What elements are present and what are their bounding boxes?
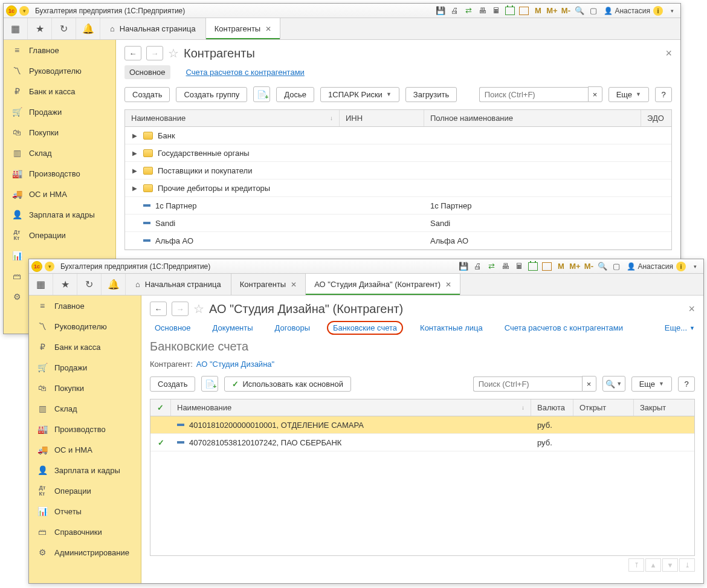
close-icon[interactable]: ✕ [291,280,297,289]
sidebar-item-hr[interactable]: 👤Зарплата и кадры [4,204,115,225]
col-mark[interactable]: ✓ [150,399,171,416]
calculator-icon[interactable]: 🖩 [490,5,502,16]
page-close-button[interactable]: × [688,303,695,315]
sidebar-item-reports[interactable]: 📊Отчеты [29,501,141,522]
tab-home[interactable]: ⌂ Начальная страница [126,274,231,295]
col-inn[interactable]: ИНН [340,110,424,126]
help-button[interactable]: ? [655,87,672,102]
panels-icon[interactable]: ▢ [610,261,622,272]
compare-icon[interactable]: ⇄ [485,261,497,272]
table-row[interactable]: SandiSandi [125,215,671,232]
close-icon[interactable]: ✕ [445,280,451,289]
subtab-settlements[interactable]: Счета расчетов с контрагентами [500,321,628,335]
expand-icon[interactable]: ▶ [132,132,138,139]
app-menu-dropdown[interactable]: ▾ [19,6,29,16]
folder-row[interactable]: ▶Банк [125,127,671,144]
download-button[interactable]: Загрузить [405,87,457,102]
scroll-up-button[interactable]: ▲ [645,558,661,572]
sidebar-item-purchases[interactable]: 🛍Покупки [4,122,115,143]
col-name[interactable]: Наименование [131,114,186,123]
folder-row[interactable]: ▶Поставщики и покупатели [125,162,671,179]
close-icon[interactable]: ✕ [265,25,271,33]
info-icon[interactable]: i [675,261,687,272]
calendar-orange-icon[interactable] [541,261,553,272]
use-as-main-button[interactable]: ✓Использовать как основной [224,376,351,392]
clear-search-button[interactable]: × [582,376,596,392]
create-copy-button[interactable]: 📄+ [201,376,218,392]
create-button[interactable]: Создать [150,376,195,392]
nav-forward-button[interactable]: → [172,302,189,316]
sidebar-item-admin[interactable]: ⚙Администрирование [29,542,141,563]
tab-counterparties[interactable]: Контрагенты ✕ [231,274,306,295]
calculator-icon[interactable]: 🖩 [513,261,525,272]
info-icon[interactable]: i [652,5,664,16]
subtab-accounts[interactable]: Счета расчетов с контрагентами [181,65,309,79]
scroll-bottom-button[interactable]: ⤓ [679,558,695,572]
sidebar-item-production[interactable]: 🏭Производство [29,419,141,439]
help-button[interactable]: ? [678,376,695,392]
table-row[interactable]: Альфа АОАльфа АО [125,232,671,250]
search-input[interactable] [473,376,582,392]
memory-mminus-button[interactable]: M- [560,5,572,16]
notifications-icon[interactable]: 🔔 [76,18,100,39]
app-menu-dropdown[interactable]: ▾ [45,262,54,271]
subtab-main[interactable]: Основное [124,65,170,79]
panels-icon[interactable]: ▢ [587,5,599,16]
zoom-icon[interactable]: 🔍 [596,261,609,272]
col-closed[interactable]: Закрыт [634,399,694,416]
print-icon[interactable]: 🖨 [448,5,460,16]
counterparty-link[interactable]: АО "Студия Дизайна" [196,360,274,369]
sidebar-item-operations[interactable]: ДтКтОперации [4,225,115,245]
folder-row[interactable]: ▶Государственные органы [125,144,671,162]
sidebar-item-sales[interactable]: 🛒Продажи [4,102,115,122]
info-dropdown[interactable]: ▾ [666,5,678,16]
memory-mminus-button[interactable]: M- [583,261,595,272]
calendar-green-icon[interactable] [527,261,539,272]
history-icon[interactable]: ↻ [77,274,102,295]
search-button[interactable]: 🔍▼ [602,376,625,392]
page-close-button[interactable]: × [665,47,672,60]
sidebar-item-assets[interactable]: 🚚ОС и НМА [4,184,115,204]
zoom-icon[interactable]: 🔍 [573,5,586,16]
col-opened[interactable]: Открыт [573,399,634,416]
save-icon[interactable]: 💾 [457,261,470,272]
nav-back-button[interactable]: ← [124,46,141,60]
col-currency[interactable]: Валюта [531,399,573,416]
col-edo[interactable]: ЭДО [641,110,671,126]
nav-back-button[interactable]: ← [150,302,167,316]
star-icon[interactable]: ☆ [193,302,204,316]
calendar-green-icon[interactable] [504,5,516,16]
tab-home[interactable]: ⌂ Начальная страница [100,18,206,39]
sidebar-item-main[interactable]: ≡Главное [29,296,141,316]
sidebar-item-hr[interactable]: 👤Зарплата и кадры [29,460,141,480]
scroll-down-button[interactable]: ▼ [662,558,678,572]
sidebar-item-warehouse[interactable]: ▥Склад [29,398,141,419]
sidebar-item-main[interactable]: ≡Главное [4,40,115,60]
memory-mplus-button[interactable]: M+ [546,5,558,16]
history-icon[interactable]: ↻ [52,18,76,39]
calendar-orange-icon[interactable] [518,5,530,16]
apps-grid-icon[interactable]: ▦ [29,274,53,295]
memory-m-button[interactable]: M [555,261,567,272]
expand-icon[interactable]: ▶ [132,150,138,157]
favorites-icon[interactable]: ★ [53,274,77,295]
folder-row[interactable]: ▶Прочие дебиторы и кредиторы [125,179,671,197]
nav-forward-button[interactable]: → [146,46,163,60]
save-icon[interactable]: 💾 [434,5,447,16]
sidebar-item-operations[interactable]: ДтКтОперации [29,480,141,501]
print2-icon[interactable]: 🖶 [499,261,511,272]
sidebar-item-warehouse[interactable]: ▥Склад [4,143,115,163]
sidebar-item-assets[interactable]: 🚚ОС и НМА [29,439,141,460]
sidebar-item-manager[interactable]: 〽Руководителю [4,60,115,81]
scroll-top-button[interactable]: ⤒ [628,558,644,572]
info-dropdown[interactable]: ▾ [689,261,701,272]
star-icon[interactable]: ☆ [168,46,179,60]
clear-search-button[interactable]: × [588,86,602,102]
tab-counterparty-detail[interactable]: АО "Студия Дизайна" (Контрагент) ✕ [306,274,460,295]
spark-button[interactable]: 1СПАРК Риски▼ [320,87,399,102]
user-menu[interactable]: 👤Анастасия [627,262,673,271]
compare-icon[interactable]: ⇄ [462,5,474,16]
sidebar-item-catalogs[interactable]: 🗃Справочники [29,522,141,542]
sidebar-item-purchases[interactable]: 🛍Покупки [29,378,141,398]
subtab-bank-accounts[interactable]: Банковские счета [327,321,403,335]
